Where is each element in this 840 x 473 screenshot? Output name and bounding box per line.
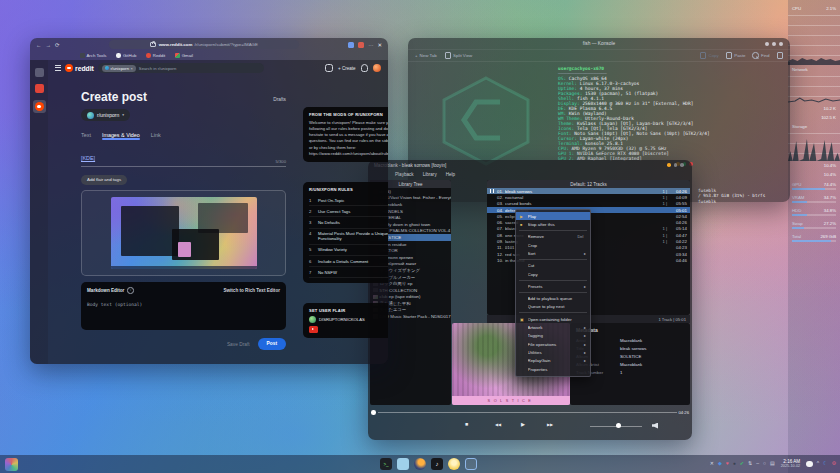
info-icon[interactable]: i: [127, 287, 134, 294]
context-menu-item[interactable]: [519, 312, 587, 313]
context-menu-item[interactable]: ▶ Play: [516, 212, 590, 220]
avatar[interactable]: [373, 64, 381, 72]
search-input[interactable]: r/unixporn × Search in r/unixporn: [98, 63, 264, 73]
rule-item[interactable]: 7 No NSFW ▾: [309, 267, 388, 278]
app-task-icon[interactable]: [397, 458, 409, 470]
extension-icon[interactable]: [348, 42, 354, 48]
context-menu-item[interactable]: [519, 230, 587, 231]
reload-icon[interactable]: ⟳: [55, 42, 60, 48]
app-launcher-icon[interactable]: [5, 458, 18, 471]
user-flair-name[interactable]: DISRUPTORNICKOLAS: [319, 317, 365, 322]
next-button[interactable]: ▶▶: [547, 422, 553, 427]
context-menu-item[interactable]: Add to playback queue: [516, 294, 590, 302]
rule-item[interactable]: 1 Post On-Topic ▾: [309, 195, 388, 206]
tray-icon[interactable]: –: [756, 461, 759, 466]
new-tab-button[interactable]: +New Tab: [415, 53, 437, 58]
context-menu-item[interactable]: [519, 280, 587, 281]
context-menu-item[interactable]: Artwork ▸: [516, 323, 590, 331]
playlist-track[interactable]: 03. cursed bonds 1 | 05:55: [487, 201, 690, 207]
context-menu-item[interactable]: Copy: [516, 270, 590, 278]
context-menu-item[interactable]: ReplayGain ▸: [516, 357, 590, 365]
chat-icon[interactable]: [325, 64, 334, 72]
lamp-task-icon[interactable]: [448, 458, 460, 470]
rule-item[interactable]: 3 No Defaults ▾: [309, 217, 388, 228]
context-menu-item[interactable]: [519, 292, 587, 293]
tray-icon[interactable]: ✔: [740, 461, 744, 466]
context-menu-item[interactable]: Presets ▸: [516, 282, 590, 290]
drafts-button[interactable]: Drafts: [273, 97, 286, 102]
browser-menu-icon[interactable]: ⋯: [368, 42, 373, 48]
bookmark-item[interactable]: GitHub: [116, 53, 136, 58]
window-buttons[interactable]: [765, 42, 783, 46]
menu-item[interactable]: Playback: [395, 172, 414, 177]
user-tray-icon[interactable]: [806, 461, 813, 468]
context-menu-item[interactable]: [519, 259, 587, 260]
tray-icon[interactable]: ○: [763, 461, 766, 466]
tray-icon[interactable]: ⇅: [748, 461, 752, 466]
konsole-titlebar[interactable]: fish — Konsole: [408, 38, 790, 50]
context-menu-item[interactable]: Tagging ▸: [516, 332, 590, 340]
post-type-tab[interactable]: Link: [151, 132, 161, 141]
back-icon[interactable]: ←: [36, 42, 42, 48]
tray-icon[interactable]: ✕: [710, 461, 714, 466]
tray-icon[interactable]: ◆: [718, 461, 722, 466]
url-bar[interactable]: www.reddit.com /r/unixporn/submit/?type=…: [109, 40, 299, 49]
find-button[interactable]: Find: [752, 52, 769, 59]
context-menu-item[interactable]: Crop: [516, 241, 590, 249]
stop-button[interactable]: ■: [465, 421, 468, 427]
bookmark-item[interactable]: Reddit: [146, 53, 165, 58]
context-menu-item[interactable]: ■ Stop after this: [516, 220, 590, 228]
notifications-icon[interactable]: [361, 64, 369, 72]
active-tab-reddit[interactable]: [33, 100, 46, 113]
rule-item[interactable]: 2 Use Correct Tags ▾: [309, 206, 388, 217]
trash-icon[interactable]: [777, 52, 784, 59]
clock[interactable]: 2:16 AM 2025-10-02: [781, 459, 800, 469]
play-button[interactable]: ▶: [521, 421, 525, 427]
volume-handle[interactable]: [616, 423, 621, 428]
previous-button[interactable]: ◀◀: [495, 422, 501, 427]
context-menu-item[interactable]: Queue to play next: [516, 303, 590, 311]
context-menu-item[interactable]: ▣ Open containing folder: [516, 315, 590, 323]
tray-icon[interactable]: ♥: [726, 461, 729, 466]
playlist-track[interactable]: 01. bleak sorrows 1 | 04:26: [487, 188, 690, 194]
add-flair-button[interactable]: Add flair and tags: [81, 175, 127, 185]
context-menu-item[interactable]: Properties: [516, 365, 590, 373]
extension-icon[interactable]: [358, 42, 364, 48]
post-title-input[interactable]: [KDE] 5/300: [81, 146, 286, 167]
playlist-track[interactable]: 02. nocturnal 1 | 04:09: [487, 194, 690, 200]
fooyin-task-icon[interactable]: ♪: [431, 458, 443, 470]
context-menu-item[interactable]: Sort ▸: [516, 249, 590, 257]
window-buttons[interactable]: [667, 163, 684, 167]
bookmark-item[interactable]: Arch Tools: [80, 53, 106, 58]
post-button[interactable]: Post: [258, 338, 286, 350]
fooyin-titlebar[interactable]: Macroblank - bleak sorrows [fooyin]: [368, 160, 692, 170]
context-menu-item[interactable]: Remove Del: [516, 233, 590, 241]
chip-close-icon[interactable]: ×: [131, 66, 133, 71]
forward-icon[interactable]: →: [46, 42, 52, 48]
firefox-task-icon[interactable]: [414, 458, 426, 470]
close-icon[interactable]: ✕: [377, 42, 382, 48]
rule-item[interactable]: 6 Include a Details Comment ▾: [309, 256, 388, 267]
post-type-tab[interactable]: Text: [81, 132, 91, 141]
hamburger-icon[interactable]: [55, 65, 61, 72]
tab-icon-red[interactable]: [35, 84, 44, 93]
window-task-icon[interactable]: [465, 458, 477, 470]
seek-handle[interactable]: [371, 410, 376, 415]
community-chip[interactable]: r/unixporn ×: [102, 65, 136, 72]
speaker-icon[interactable]: [652, 423, 658, 429]
post-type-tab[interactable]: Images & Video: [102, 132, 140, 141]
tab-icon[interactable]: [35, 68, 44, 77]
context-menu-item[interactable]: Cut: [516, 262, 590, 270]
bookmark-item[interactable]: Gmail: [175, 53, 193, 58]
tray-icon[interactable]: ⚙: [832, 461, 836, 466]
tray-icon[interactable]: ☾: [823, 461, 827, 466]
reddit-logo[interactable]: reddit: [65, 64, 94, 72]
context-menu-item[interactable]: File operations ▸: [516, 340, 590, 348]
seek-bar[interactable]: 04:26: [371, 410, 689, 415]
rule-item[interactable]: 4 Material Posts Must Provide a Unique F…: [309, 229, 388, 245]
tray-icon[interactable]: ▤: [770, 461, 775, 466]
paste-button[interactable]: Paste: [726, 52, 746, 59]
switch-editor-button[interactable]: Switch to Rich Text Editor: [223, 288, 280, 293]
create-button[interactable]: + Create: [338, 66, 355, 71]
browser-titlebar[interactable]: ← → ⟳ www.reddit.com /r/unixporn/submit/…: [30, 38, 388, 51]
